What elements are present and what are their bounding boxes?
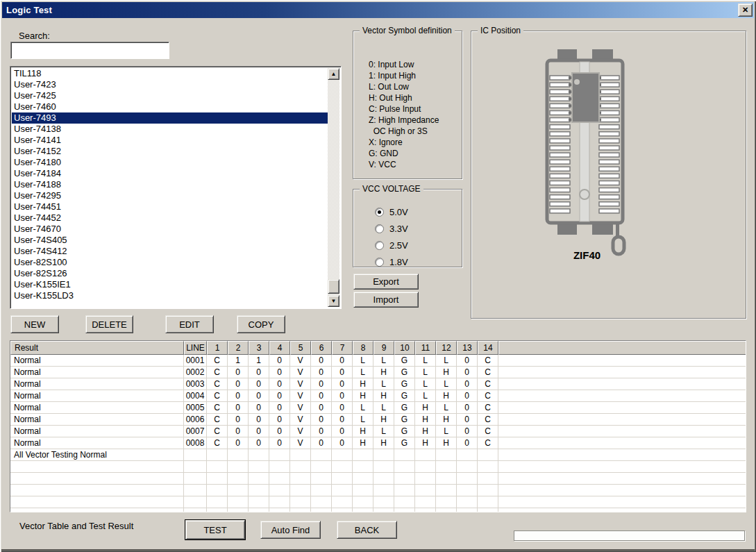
radio-icon[interactable] (375, 224, 384, 233)
radio-icon[interactable] (375, 258, 384, 267)
vector-cell: 0 (457, 355, 478, 367)
table-row[interactable]: Normal0007C000V00HLGHL0C (10, 426, 746, 437)
vector-cell (228, 461, 249, 473)
search-input[interactable] (10, 42, 169, 59)
vcc-option[interactable]: 1.8V (375, 253, 408, 270)
vcc-option[interactable]: 5.0V (375, 203, 408, 220)
scroll-down-icon[interactable]: ▼ (328, 295, 339, 307)
vector-cell (332, 485, 353, 496)
scrollbar-thumb[interactable] (328, 279, 339, 294)
vcc-option[interactable]: 3.3V (375, 220, 408, 237)
test-button[interactable]: TEST (185, 520, 245, 540)
vector-cell: 0 (457, 402, 478, 414)
vcc-option[interactable]: 2.5V (375, 237, 408, 253)
radio-icon[interactable] (375, 241, 384, 250)
ic-listbox[interactable]: TIL118User-7423User-7425User-7460User-74… (10, 66, 342, 309)
vector-cell (269, 449, 290, 461)
list-item[interactable]: User-74S405 (12, 235, 328, 246)
column-header[interactable]: 4 (269, 341, 290, 355)
column-header[interactable]: 6 (311, 341, 332, 355)
ic-listbox-items: TIL118User-7423User-7425User-7460User-74… (12, 68, 328, 307)
column-header[interactable]: 1 (207, 341, 228, 355)
table-row[interactable]: Normal0001C110V00LLGLL0C (10, 355, 746, 367)
vector-cell: L (415, 390, 436, 402)
vector-cell: G (394, 390, 415, 402)
close-icon[interactable]: ✕ (738, 3, 753, 17)
list-item[interactable]: User-7425 (12, 90, 328, 101)
list-item[interactable]: TIL118 (12, 68, 328, 79)
list-item[interactable]: User-7460 (12, 101, 328, 112)
list-item[interactable]: User-74188 (12, 179, 328, 190)
vector-cell: V (290, 426, 311, 437)
list-item[interactable]: User-82S126 (12, 268, 328, 279)
vector-cell (332, 508, 353, 512)
new-button[interactable]: NEW (10, 315, 59, 333)
list-item[interactable]: User-74452 (12, 212, 328, 224)
table-row[interactable]: Normal0004C000V00HHGLH0C (10, 390, 746, 402)
copy-button[interactable]: COPY (237, 315, 285, 333)
column-header[interactable]: 13 (457, 341, 478, 355)
column-header[interactable]: 3 (249, 341, 269, 355)
column-header[interactable]: 11 (415, 341, 436, 355)
column-header[interactable]: 12 (436, 341, 457, 355)
titlebar[interactable]: Logic Test (2, 2, 754, 18)
vector-cell (311, 508, 332, 512)
radio-icon[interactable] (375, 208, 384, 217)
vector-cell (478, 473, 498, 485)
list-item[interactable]: User-K155IE1 (12, 279, 328, 290)
column-header[interactable]: 2 (228, 341, 249, 355)
list-item[interactable]: User-74S412 (12, 246, 328, 257)
vector-cell: V (290, 402, 311, 414)
auto-find-button[interactable]: Auto Find (260, 521, 321, 539)
table-row (10, 461, 746, 473)
list-item[interactable]: User-7493 (12, 112, 328, 124)
table-row[interactable]: Normal0002C000V00LHGLH0C (10, 367, 746, 378)
column-header[interactable]: LINE (184, 341, 207, 355)
column-header[interactable]: 10 (394, 341, 415, 355)
vector-cell (290, 449, 311, 461)
table-row[interactable]: Normal0006C000V00LHGHH0C (10, 414, 746, 426)
vector-cell (332, 461, 353, 473)
list-item[interactable]: User-74138 (12, 124, 328, 135)
list-item[interactable]: User-74141 (12, 135, 328, 146)
table-row[interactable]: Normal0003C000V00HLGLL0C (10, 378, 746, 390)
export-button[interactable]: Export (353, 274, 419, 290)
vector-cell: H (436, 437, 457, 449)
list-item[interactable]: User-74152 (12, 146, 328, 157)
back-button[interactable]: BACK (337, 521, 397, 539)
vector-cell: 0 (457, 378, 478, 390)
list-item[interactable]: User-7423 (12, 79, 328, 90)
column-header[interactable]: 5 (290, 341, 311, 355)
filler-cell (498, 390, 746, 402)
list-item[interactable]: User-74451 (12, 201, 328, 212)
symbol-line: H: Out High (369, 92, 439, 103)
vector-cell: 0 (249, 390, 269, 402)
vector-cell (311, 473, 332, 485)
vector-cell: L (373, 426, 394, 437)
list-item[interactable]: User-74180 (12, 157, 328, 168)
vector-cell: H (373, 390, 394, 402)
vector-cell: 0 (332, 367, 353, 378)
list-item[interactable]: User-74670 (12, 224, 328, 235)
edit-button[interactable]: EDIT (165, 315, 214, 333)
list-item[interactable]: User-K155LD3 (12, 290, 328, 301)
list-item[interactable]: User-74295 (12, 190, 328, 201)
list-item[interactable]: User-74184 (12, 168, 328, 179)
list-item[interactable]: User-82S100 (12, 257, 328, 268)
filler-cell (498, 449, 746, 461)
column-header[interactable]: Result (10, 341, 184, 355)
table-row[interactable]: Normal0008C000V00HHGHH0C (10, 437, 746, 449)
scroll-up-icon[interactable]: ▲ (328, 68, 339, 80)
column-header[interactable]: 8 (353, 341, 373, 355)
vector-cell: C (207, 367, 228, 378)
vector-cell: V (290, 437, 311, 449)
import-button[interactable]: Import (353, 292, 419, 308)
vector-cell (269, 485, 290, 496)
column-header[interactable]: 7 (332, 341, 353, 355)
column-header[interactable]: 14 (478, 341, 498, 355)
vector-cell: 0 (249, 437, 269, 449)
column-header[interactable]: 9 (373, 341, 394, 355)
delete-button[interactable]: DELETE (85, 315, 133, 333)
listbox-scrollbar[interactable]: ▲ ▼ (328, 68, 339, 307)
table-row[interactable]: Normal0005C000V00LLGHL0C (10, 402, 746, 414)
